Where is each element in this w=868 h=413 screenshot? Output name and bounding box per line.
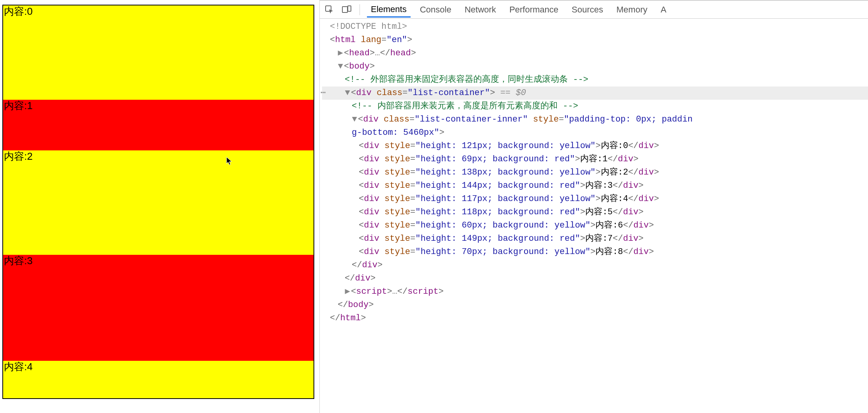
devtools-tabbar: Elements Console Network Performance Sou…: [320, 1, 868, 19]
tab-memory[interactable]: Memory: [613, 2, 651, 17]
tab-console[interactable]: Console: [416, 2, 455, 17]
twisty-icon[interactable]: ▶: [338, 47, 343, 60]
dom-item-row[interactable]: <div style="height: 117px; background: y…: [322, 192, 868, 206]
devtools-panel: Elements Console Network Performance Sou…: [320, 0, 868, 413]
dom-head-collapsed[interactable]: ▶<head>…</head>: [322, 47, 868, 60]
list-container[interactable]: 内容:0内容:1内容:2内容:3内容:4: [2, 5, 314, 399]
list-item: 内容:1: [3, 100, 314, 150]
twisty-icon[interactable]: ▼: [338, 60, 343, 73]
dom-comment-inner[interactable]: <!-- 内部容器用来装元素，高度是所有元素高度的和 -->: [322, 100, 868, 113]
dom-item-row[interactable]: <div style="height: 138px; background: y…: [322, 166, 868, 179]
svg-rect-1: [342, 7, 347, 12]
dom-list-container-close[interactable]: </div>: [322, 272, 868, 285]
tabbar-separator: [360, 4, 360, 15]
inspect-icon[interactable]: [324, 4, 335, 16]
dom-script-collapsed[interactable]: ▶<script>…</script>: [322, 285, 868, 298]
svg-rect-2: [348, 6, 351, 11]
dom-item-row[interactable]: <div style="height: 70px; background: ye…: [322, 245, 868, 259]
selected-gutter-icon: ⋯: [321, 86, 326, 100]
dom-item-row[interactable]: <div style="height: 118px; background: r…: [322, 206, 868, 219]
dom-inner-open[interactable]: ▼<div class="list-container-inner" style…: [322, 113, 868, 126]
tab-performance[interactable]: Performance: [505, 2, 562, 17]
dom-inner-open-wrap[interactable]: g-bottom: 5460px">: [322, 126, 868, 139]
dom-html-close[interactable]: </html>: [322, 312, 868, 325]
list-item: 内容:4: [3, 361, 314, 399]
dom-body-close[interactable]: </body>: [322, 298, 868, 312]
tab-application-truncated[interactable]: A: [657, 2, 670, 17]
tab-network[interactable]: Network: [461, 2, 500, 17]
device-toggle-icon[interactable]: [341, 4, 353, 16]
dom-body-open[interactable]: ▼<body>: [322, 60, 868, 73]
tab-sources[interactable]: Sources: [568, 2, 607, 17]
dom-item-row[interactable]: <div style="height: 144px; background: r…: [322, 179, 868, 192]
dom-doctype[interactable]: <!DOCTYPE html>: [322, 20, 868, 34]
twisty-icon[interactable]: ▼: [352, 113, 357, 126]
dom-item-row[interactable]: <div style="height: 149px; background: r…: [322, 232, 868, 245]
list-item: 内容:2: [3, 150, 314, 255]
dom-list-container-open[interactable]: ⋯▼<div class="list-container"> == $0: [322, 86, 868, 100]
app-root: 内容:0内容:1内容:2内容:3内容:4 Elements Console Ne…: [0, 0, 868, 413]
dom-item-row[interactable]: <div style="height: 60px; background: ye…: [322, 219, 868, 232]
dom-tree[interactable]: <!DOCTYPE html> <html lang="en"> ▶<head>…: [320, 19, 868, 413]
dom-item-row[interactable]: <div style="height: 69px; background: re…: [322, 153, 868, 166]
tab-elements[interactable]: Elements: [367, 2, 411, 18]
page-preview-pane: 内容:0内容:1内容:2内容:3内容:4: [0, 0, 320, 413]
list-container-inner: 内容:0内容:1内容:2内容:3内容:4: [3, 5, 314, 399]
twisty-icon[interactable]: ▶: [345, 285, 350, 298]
dom-inner-close[interactable]: </div>: [322, 259, 868, 272]
list-item: 内容:3: [3, 255, 314, 361]
list-item: 内容:0: [3, 5, 314, 100]
dom-html-open[interactable]: <html lang="en">: [322, 34, 868, 47]
twisty-icon[interactable]: ▼: [345, 86, 350, 100]
dom-item-row[interactable]: <div style="height: 121px; background: y…: [322, 139, 868, 153]
dom-comment-outer[interactable]: <!-- 外部容器用来固定列表容器的高度，同时生成滚动条 -->: [322, 73, 868, 86]
